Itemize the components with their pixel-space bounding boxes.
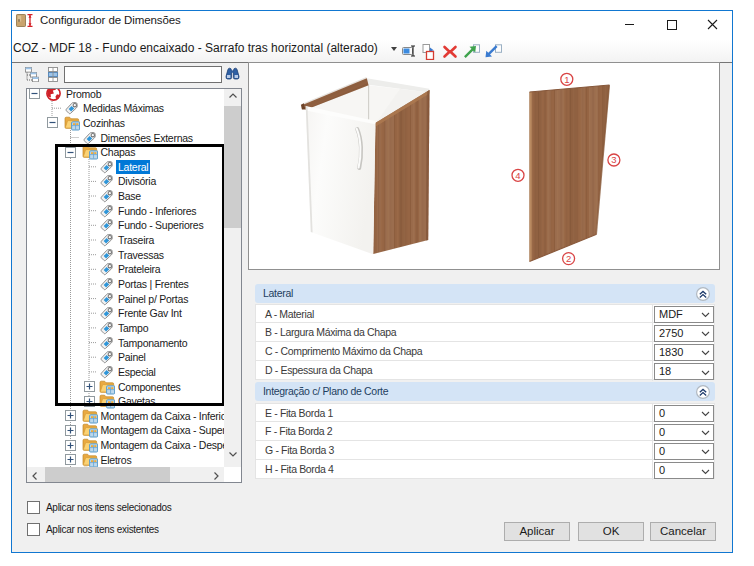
svg-text:4: 4 bbox=[515, 170, 520, 181]
svg-text:1: 1 bbox=[564, 74, 569, 85]
svg-text:2: 2 bbox=[566, 253, 571, 264]
svg-text:3: 3 bbox=[611, 154, 616, 165]
